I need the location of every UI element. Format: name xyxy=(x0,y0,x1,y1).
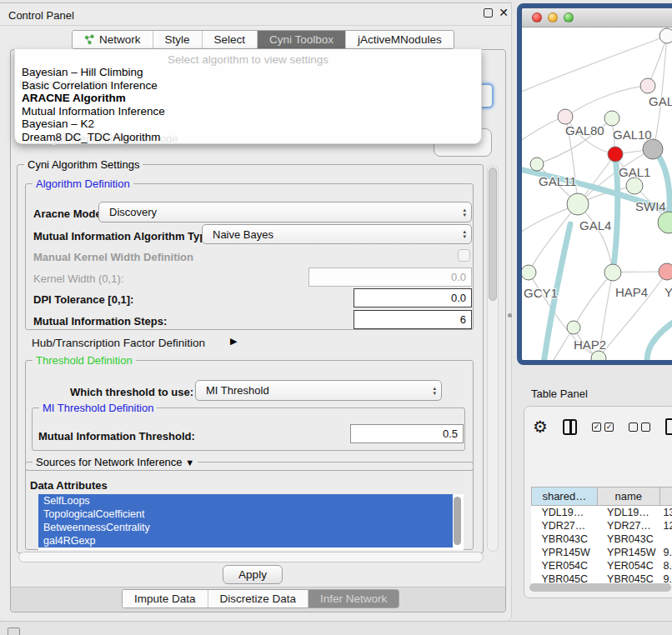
zoom-traffic-light-icon[interactable] xyxy=(564,12,574,22)
minimize-traffic-light-icon[interactable] xyxy=(548,12,558,22)
table-row[interactable]: YDR27…YDR27…12 xyxy=(532,519,672,532)
collapsed-panel-icon[interactable] xyxy=(8,628,20,635)
network-node[interactable] xyxy=(567,321,580,334)
network-node[interactable] xyxy=(658,212,672,233)
tab-style[interactable]: Style xyxy=(153,31,203,48)
attribute-item[interactable]: BetweennessCentrality xyxy=(38,521,453,534)
network-edge-highlighted[interactable] xyxy=(647,321,672,360)
tab-label: Select xyxy=(214,33,246,46)
close-icon[interactable]: ✕ xyxy=(499,6,509,19)
network-edge[interactable] xyxy=(653,36,667,149)
table-cell: YDL19… xyxy=(597,506,660,519)
apply-button[interactable]: Apply xyxy=(223,565,283,584)
network-view-window[interactable]: GALGAL80GAL10GAL1GAL11SWI4GAL4GCY1HAP4YH… xyxy=(517,3,672,365)
algorithm-definition-legend: Algorithm Definition xyxy=(33,178,133,190)
tab-infer-network[interactable]: Infer Network xyxy=(308,590,399,608)
sources-horizontal-scrollbar[interactable] xyxy=(18,552,484,562)
network-edge[interactable] xyxy=(648,36,667,86)
cyni-algorithm-settings-legend: Cyni Algorithm Settings xyxy=(24,158,143,171)
table-column-header[interactable]: name xyxy=(597,488,660,506)
network-node[interactable] xyxy=(522,265,536,280)
expand-right-icon[interactable]: ▶ xyxy=(230,336,237,347)
algorithm-option[interactable]: Bayesian – Hill Climbing xyxy=(22,66,143,78)
network-edge[interactable] xyxy=(574,272,613,328)
control-panel-tabs: NetworkStyleSelectCyni ToolboxjActiveMNo… xyxy=(72,30,454,49)
attribute-item[interactable]: SelfLoops xyxy=(38,494,453,508)
mi-threshold-field[interactable]: 0.5 xyxy=(350,424,464,443)
node-table[interactable]: shared…name YDL19…YDL19…13YDR27…YDR27…12… xyxy=(531,487,672,583)
network-node[interactable] xyxy=(626,178,643,194)
dpi-tolerance-field[interactable]: 0.0 xyxy=(354,288,472,308)
manual-kernel-checkbox[interactable] xyxy=(458,249,470,262)
table-cell: 9. xyxy=(660,546,672,559)
table-row[interactable]: YBR045CYBR045C9. xyxy=(532,572,672,584)
node-label: Y xyxy=(664,285,672,299)
tab-cyni-toolbox[interactable]: Cyni Toolbox xyxy=(258,31,346,48)
tab-network[interactable]: Network xyxy=(73,31,153,48)
tab-label: Network xyxy=(99,33,141,46)
network-node[interactable] xyxy=(604,111,619,126)
table-cell: YBR045C xyxy=(532,572,598,584)
table-row[interactable]: YDL19…YDL19…13 xyxy=(532,506,672,519)
attribute-item[interactable]: gal4RGexp xyxy=(38,534,453,548)
table-horizontal-scrollbar-thumb[interactable] xyxy=(529,583,671,592)
manual-kernel-label: Manual Kernel Width Definition xyxy=(33,251,193,263)
mi-threshold-legend: MI Threshold Definition xyxy=(39,402,157,414)
network-node[interactable] xyxy=(567,193,589,215)
attribute-list-scrollbar-thumb[interactable] xyxy=(454,497,461,545)
mi-type-combobox[interactable]: Naive Bayes ▴▾ xyxy=(202,224,472,244)
network-node[interactable] xyxy=(659,28,672,43)
algorithm-dropdown-popup: Select algorithm to view settings Infere… xyxy=(14,49,482,144)
hub-definition-label[interactable]: Hub/Transcription Factor Definition xyxy=(32,337,205,349)
close-traffic-light-icon[interactable] xyxy=(532,12,542,22)
sources-legend[interactable]: Sources for Network Inference ▼ xyxy=(33,456,198,468)
tab-select[interactable]: Select xyxy=(203,31,258,48)
document-icon[interactable] xyxy=(665,418,672,435)
tab-jactivemnodules[interactable]: jActiveMNodules xyxy=(346,31,454,48)
tab-label: Cyni Toolbox xyxy=(269,33,333,46)
network-node[interactable] xyxy=(643,139,663,159)
table-cell: YBR045C xyxy=(597,572,660,584)
column-layout-icon[interactable] xyxy=(563,419,577,435)
node-label: GAL10 xyxy=(613,128,652,142)
network-node[interactable] xyxy=(558,109,573,124)
split-pane-handle[interactable] xyxy=(508,313,512,318)
table-cell: YDL19… xyxy=(532,506,598,519)
algorithm-option[interactable]: Mutual Information Inference xyxy=(22,105,165,118)
network-node[interactable] xyxy=(604,264,621,281)
algorithm-option[interactable]: Dream8 DC_TDC Algorithm xyxy=(22,131,161,143)
algorithm-option[interactable]: Bayesian – K2 xyxy=(22,118,94,130)
gear-icon[interactable]: ⚙ xyxy=(533,418,548,435)
table-row[interactable]: YPR145WYPR145W9. xyxy=(532,546,672,559)
network-node[interactable] xyxy=(659,263,672,280)
which-threshold-combobox[interactable]: MI Threshold ▴▾ xyxy=(195,380,442,401)
table-row[interactable]: YBR043CYBR043C xyxy=(532,532,672,546)
tab-impute-data[interactable]: Impute Data xyxy=(123,590,208,608)
deselect-checkboxes-icon[interactable] xyxy=(629,422,650,432)
select-all-checkboxes-icon[interactable]: ✓✓ xyxy=(592,422,614,432)
table-column-header[interactable] xyxy=(660,488,672,506)
table-panel-title: Table Panel xyxy=(531,388,588,400)
table-row[interactable]: YER054CYER054C8. xyxy=(532,559,672,572)
table-column-header[interactable]: shared… xyxy=(532,488,598,506)
network-node[interactable] xyxy=(608,147,623,162)
aracne-mode-combobox[interactable]: Discovery ▴▾ xyxy=(98,202,472,222)
kernel-width-field[interactable]: 0.0 xyxy=(308,268,472,287)
table-cell: 8. xyxy=(660,559,672,572)
mi-steps-label: Mutual Information Steps: xyxy=(33,315,167,328)
network-node[interactable] xyxy=(530,158,544,171)
network-edge[interactable] xyxy=(578,204,613,272)
data-attributes-list: SelfLoopsTopologicalCoefficientBetweenne… xyxy=(38,494,464,550)
mi-steps-field[interactable]: 6 xyxy=(354,310,472,329)
network-node[interactable] xyxy=(640,78,655,93)
table-cell: YDR27… xyxy=(532,519,598,532)
network-edge[interactable] xyxy=(565,86,648,117)
float-window-icon[interactable] xyxy=(484,8,493,18)
settings-scrollbar-thumb[interactable] xyxy=(489,168,497,301)
network-canvas[interactable]: GALGAL80GAL10GAL1GAL11SWI4GAL4GCY1HAP4YH… xyxy=(522,28,672,360)
algorithm-option[interactable]: Basic Correlation Inference xyxy=(22,79,158,92)
table-cell xyxy=(660,532,672,546)
algorithm-option[interactable]: ARACNE Algorithm xyxy=(22,92,126,104)
attribute-item[interactable]: TopologicalCoefficient xyxy=(38,508,453,521)
tab-discretize-data[interactable]: Discretize Data xyxy=(208,590,309,608)
